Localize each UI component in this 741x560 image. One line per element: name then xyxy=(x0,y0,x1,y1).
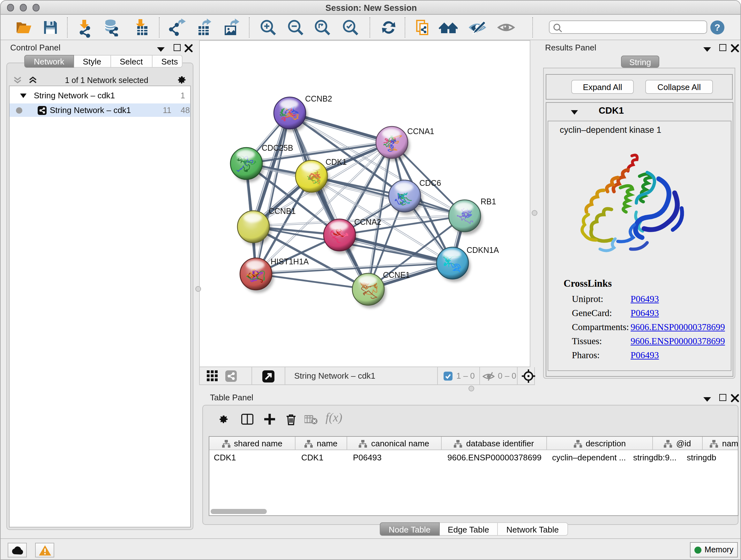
svg-text:CCNB1: CCNB1 xyxy=(269,206,296,215)
svg-text:CCNE1: CCNE1 xyxy=(383,270,410,279)
svg-text:HIST1H1A: HIST1H1A xyxy=(271,257,309,266)
svg-text:CDC25B: CDC25B xyxy=(262,143,293,152)
svg-text:RB1: RB1 xyxy=(481,197,496,206)
svg-text:CCNA1: CCNA1 xyxy=(407,127,434,136)
svg-text:CDKN1A: CDKN1A xyxy=(467,246,499,254)
svg-text:CDC6: CDC6 xyxy=(419,179,441,187)
svg-text:CDK1: CDK1 xyxy=(326,158,347,166)
svg-text:CCNB2: CCNB2 xyxy=(305,94,332,103)
svg-text:CCNA2: CCNA2 xyxy=(354,217,381,226)
